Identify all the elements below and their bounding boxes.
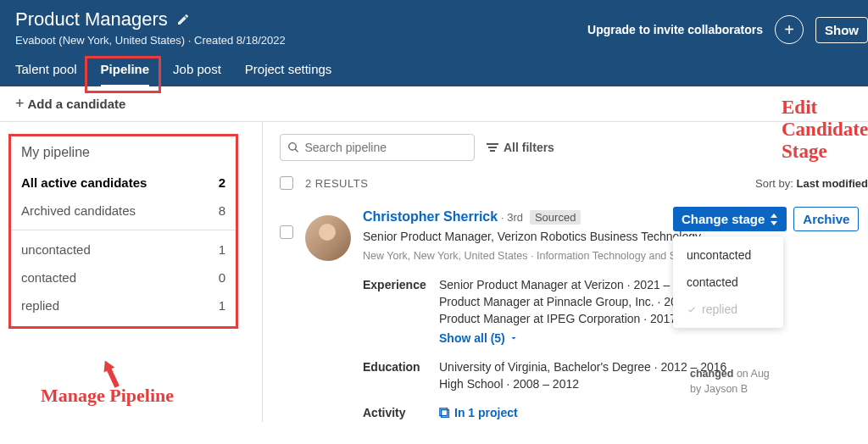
sidebar-item-label: All active candidates <box>21 175 147 190</box>
sidebar-item-label: Archived candidates <box>21 203 136 218</box>
search-field[interactable] <box>304 141 467 154</box>
tab-project-settings[interactable]: Project settings <box>245 62 332 86</box>
svg-rect-1 <box>488 147 497 148</box>
add-candidate-button[interactable]: + Add a candidate <box>0 86 868 122</box>
chevron-down-icon <box>509 333 519 343</box>
change-stage-button[interactable]: Change stage <box>673 207 787 231</box>
add-collaborator-button[interactable]: + <box>775 15 804 44</box>
svg-rect-2 <box>490 150 495 152</box>
results-count: 2 RESULTS <box>305 177 368 190</box>
sidebar-item-count: 0 <box>219 270 225 285</box>
sort-by-dropdown[interactable]: Sort by: Last modified <box>755 177 868 190</box>
changed-meta: changed on Aug by Jayson B <box>673 367 868 397</box>
tab-talent-pool[interactable]: Talent pool <box>15 62 77 86</box>
education-label: Education <box>363 358 439 393</box>
check-icon <box>687 304 697 314</box>
sidebar: My pipeline All active candidates 2 Arch… <box>0 122 263 422</box>
filters-icon <box>487 142 498 153</box>
divider <box>11 230 236 230</box>
sidebar-item-label: replied <box>21 298 59 313</box>
stage-option-replied[interactable]: replied <box>673 296 783 323</box>
search-icon <box>287 141 299 154</box>
candidate-checkbox[interactable] <box>280 225 293 239</box>
sidebar-item-contacted[interactable]: contacted 0 <box>21 264 225 291</box>
add-candidate-label: Add a candidate <box>28 97 126 111</box>
stage-option-uncontacted[interactable]: uncontacted <box>673 241 783 269</box>
changed-on: on Aug <box>733 368 769 380</box>
activity-label: Activity <box>363 404 439 421</box>
changed-prefix: changed <box>690 368 733 380</box>
candidate-name-link[interactable]: Christopher Sherrick <box>363 209 498 224</box>
app-header: Product Managers Evaboot (New York, Unit… <box>0 0 868 86</box>
sort-by-prefix: Sort by: <box>755 177 796 190</box>
tab-pipeline[interactable]: Pipeline <box>101 62 150 86</box>
sidebar-item-archived[interactable]: Archived candidates 8 <box>21 197 225 225</box>
project-icon <box>439 408 451 419</box>
show-button[interactable]: Show <box>815 17 868 43</box>
annotation-edit-stage-label: Edit Candidate Stage <box>782 97 868 163</box>
change-stage-menu: uncontacted contacted replied <box>673 236 783 328</box>
sidebar-title: My pipeline <box>21 145 225 160</box>
sidebar-item-label: contacted <box>21 270 76 285</box>
sidebar-item-count: 2 <box>219 175 225 190</box>
annotation-arrow-icon <box>100 359 122 388</box>
sourced-badge: Sourced <box>530 210 581 225</box>
sort-by-value: Last modified <box>796 177 868 190</box>
stage-option-contacted[interactable]: contacted <box>673 269 783 296</box>
in-project-link[interactable]: In 1 project <box>439 404 868 421</box>
sidebar-item-count: 1 <box>219 298 225 313</box>
upgrade-invite-text[interactable]: Upgrade to invite collaborators <box>587 23 763 36</box>
archive-button[interactable]: Archive <box>793 207 859 231</box>
in-project-label: In 1 project <box>454 404 518 421</box>
annotation-manage-pipeline-label: Manage Pipeline <box>41 385 174 407</box>
sidebar-item-count: 1 <box>219 242 225 257</box>
sort-arrows-icon <box>770 214 778 225</box>
edit-title-icon[interactable] <box>176 13 190 26</box>
sidebar-item-active[interactable]: All active candidates 2 <box>21 169 225 197</box>
sidebar-item-uncontacted[interactable]: uncontacted 1 <box>21 236 225 264</box>
sidebar-item-replied[interactable]: replied 1 <box>21 291 225 319</box>
project-title: Product Managers <box>15 8 168 31</box>
annotation-highlight-pipeline-box: My pipeline All active candidates 2 Arch… <box>8 134 238 329</box>
sidebar-item-count: 8 <box>219 203 225 218</box>
search-pipeline-input[interactable] <box>280 134 475 161</box>
results-header: 2 RESULTS Sort by: Last modified <box>280 176 868 190</box>
all-filters-label: All filters <box>504 141 554 154</box>
change-stage-label: Change stage <box>682 212 765 226</box>
candidate-avatar[interactable] <box>305 215 351 261</box>
svg-rect-0 <box>487 143 498 145</box>
changed-by: by Jayson B <box>690 383 748 395</box>
tab-job-post[interactable]: Job post <box>173 62 221 86</box>
nav-tabs: Talent pool Pipeline Job post Project se… <box>15 62 853 86</box>
sidebar-item-label: uncontacted <box>21 242 91 257</box>
connection-degree: · 3rd <box>501 211 523 224</box>
experience-label: Experience <box>363 276 439 347</box>
candidate-actions: Change stage Archive uncontacted contact… <box>673 207 868 397</box>
select-all-checkbox[interactable] <box>280 176 293 190</box>
all-filters-button[interactable]: All filters <box>487 141 554 154</box>
plus-icon: + <box>15 95 25 113</box>
main-content: Edit Candidate Stage All filters 2 RESUL… <box>263 122 868 422</box>
